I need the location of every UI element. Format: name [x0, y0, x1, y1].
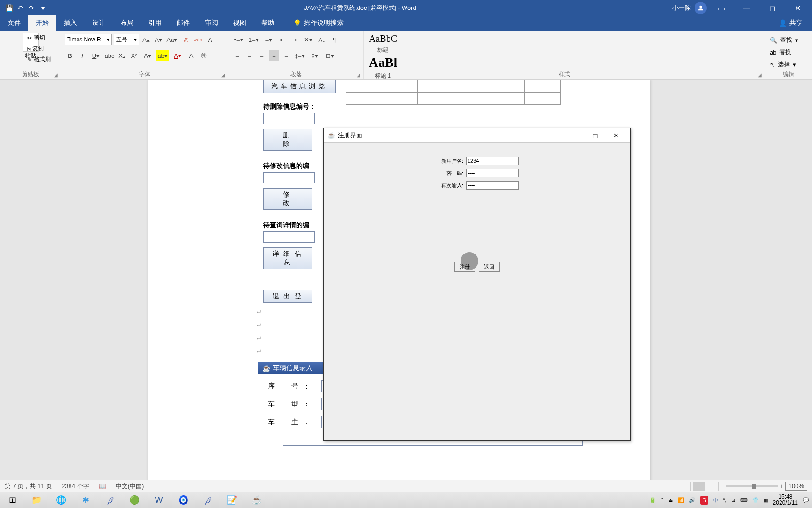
tab-mailings[interactable]: 邮件 — [169, 15, 197, 31]
tab-design[interactable]: 设计 — [85, 15, 113, 31]
cut-button[interactable]: ✂剪切 — [27, 34, 51, 42]
web-layout-icon[interactable] — [707, 482, 719, 491]
highlight-button[interactable]: ab▾ — [156, 50, 169, 61]
copy-button[interactable]: ⎘复制 — [27, 45, 51, 53]
dialog-minimize-button[interactable]: — — [564, 129, 585, 142]
password2-input[interactable] — [466, 181, 519, 190]
java-app-icon[interactable]: ☕ — [244, 492, 269, 508]
line-spacing-button[interactable]: ‡≡▾ — [293, 50, 306, 61]
save-icon[interactable]: 💾 — [5, 4, 13, 12]
system-clock[interactable]: 15:48 2020/1/11 — [773, 494, 798, 506]
font-size-combo[interactable]: 五号▾ — [114, 34, 139, 45]
clear-format-button[interactable]: A̷ — [180, 34, 191, 45]
qat-customize-icon[interactable]: ▾ — [39, 4, 47, 12]
show-marks-button[interactable]: ¶ — [329, 34, 339, 45]
bullets-button[interactable]: •≡▾ — [232, 34, 245, 45]
ime-extra2-icon[interactable]: ▦ — [764, 497, 768, 503]
share-button[interactable]: 👤 共享 — [769, 15, 812, 31]
char-shading-button[interactable]: A — [186, 50, 196, 61]
zoom-slider[interactable] — [726, 485, 778, 487]
undo-icon[interactable]: ↶ — [16, 4, 24, 12]
close-button[interactable]: ✕ — [787, 0, 808, 16]
zoom-thumb[interactable] — [752, 484, 756, 489]
start-button[interactable]: ⊞ — [0, 492, 24, 508]
tab-insert[interactable]: 插入 — [56, 15, 85, 31]
maximize-button[interactable]: ◻ — [761, 0, 783, 16]
change-case-button[interactable]: Aa▾ — [165, 34, 179, 45]
tab-help[interactable]: 帮助 — [254, 15, 282, 31]
shading-button[interactable]: ◊▾ — [308, 50, 321, 61]
volume-icon[interactable]: 🔊 — [689, 497, 695, 503]
read-mode-icon[interactable] — [679, 482, 691, 491]
enclose-char-button[interactable]: ㊕ — [198, 50, 209, 61]
zoom-in-button[interactable]: + — [780, 483, 783, 490]
print-layout-icon[interactable] — [693, 482, 705, 491]
status-words[interactable]: 2384 个字 — [62, 482, 89, 491]
tab-review[interactable]: 审阅 — [197, 15, 226, 31]
tab-file[interactable]: 文件 — [0, 15, 28, 31]
file-explorer-icon[interactable]: 📁 — [24, 492, 49, 508]
wifi-icon[interactable]: 📶 — [678, 497, 684, 503]
tab-view[interactable]: 视图 — [226, 15, 254, 31]
tray-up-icon[interactable]: ˄ — [661, 497, 664, 503]
battery-icon[interactable]: 🔋 — [649, 497, 656, 503]
align-center-button[interactable]: ≡ — [244, 50, 255, 61]
italic-button[interactable]: I — [77, 50, 87, 61]
shrink-font-button[interactable]: A▾ — [153, 34, 164, 45]
tab-references[interactable]: 引用 — [141, 15, 169, 31]
font-color-button[interactable]: A▾ — [171, 50, 184, 61]
borders-button[interactable]: ⊞▾ — [323, 50, 336, 61]
tab-layout[interactable]: 布局 — [113, 15, 141, 31]
app-icon-5[interactable]: 𝛽 — [195, 492, 220, 508]
superscript-button[interactable]: X² — [129, 50, 139, 61]
styles-launcher-icon[interactable]: ◢ — [758, 72, 762, 78]
ime-badge[interactable]: S — [700, 496, 708, 505]
underline-button[interactable]: U▾ — [89, 50, 102, 61]
justify-button[interactable]: ≡ — [269, 50, 279, 61]
subscript-button[interactable]: X₂ — [117, 50, 127, 61]
redo-icon[interactable]: ↷ — [27, 4, 36, 12]
bold-button[interactable]: B — [65, 50, 75, 61]
word-icon[interactable]: W — [147, 492, 171, 508]
tell-me-search[interactable]: 💡 操作说明搜索 — [286, 15, 351, 31]
tab-home[interactable]: 开始 — [28, 15, 56, 31]
char-border-button[interactable]: A — [205, 34, 215, 45]
grow-font-button[interactable]: A▴ — [141, 34, 151, 45]
status-page[interactable]: 第 7 页，共 11 页 — [5, 482, 52, 491]
ime-extra-icon[interactable]: 👕 — [752, 497, 759, 503]
select-button[interactable]: ↖选择 ▾ — [770, 58, 807, 71]
username-input[interactable] — [466, 157, 519, 165]
notepad-icon[interactable]: 📝 — [220, 492, 244, 508]
status-language[interactable]: 中文(中国) — [116, 482, 144, 491]
app-icon-3[interactable]: 🟢 — [122, 492, 147, 508]
asian-layout-button[interactable]: ✕▾ — [302, 34, 315, 45]
keyboard-icon[interactable]: ⌨ — [740, 497, 748, 503]
text-effects-button[interactable]: A▾ — [141, 50, 154, 61]
app-icon-4[interactable]: 🧿 — [171, 492, 195, 508]
dialog-close-button[interactable]: ✕ — [606, 129, 626, 142]
multilevel-button[interactable]: ≡▾ — [262, 34, 275, 45]
increase-indent-button[interactable]: ⇥ — [289, 34, 300, 45]
decrease-indent-button[interactable]: ⇤ — [277, 34, 288, 45]
user-avatar-icon[interactable] — [695, 2, 707, 14]
zoom-out-button[interactable]: − — [721, 483, 725, 490]
phonetic-button[interactable]: wén — [193, 34, 203, 45]
spellcheck-icon[interactable]: 📖 — [99, 483, 106, 490]
ribbon-display-icon[interactable]: ▭ — [710, 0, 732, 16]
action-center-icon[interactable]: 💬 — [803, 497, 809, 503]
align-right-button[interactable]: ≡ — [257, 50, 267, 61]
strikethrough-button[interactable]: abc — [104, 50, 115, 61]
ime-lang[interactable]: 中 — [713, 497, 718, 504]
minimize-button[interactable]: — — [736, 0, 757, 16]
replace-button[interactable]: ab替换 — [770, 46, 807, 58]
zoom-value[interactable]: 100% — [785, 482, 807, 491]
sort-button[interactable]: A↓ — [317, 34, 327, 45]
ime-symbol-icon[interactable]: ⊡ — [731, 497, 735, 503]
chrome-icon[interactable]: 🌐 — [49, 492, 73, 508]
password-input[interactable] — [466, 169, 519, 177]
find-button[interactable]: 🔍查找 ▾ — [770, 34, 807, 46]
ime-punct-icon[interactable]: °, — [723, 497, 726, 503]
align-left-button[interactable]: ≡ — [232, 50, 242, 61]
dialog-titlebar[interactable]: ☕ 注册界面 — ◻ ✕ — [324, 128, 630, 143]
font-launcher-icon[interactable]: ◢ — [221, 72, 225, 78]
